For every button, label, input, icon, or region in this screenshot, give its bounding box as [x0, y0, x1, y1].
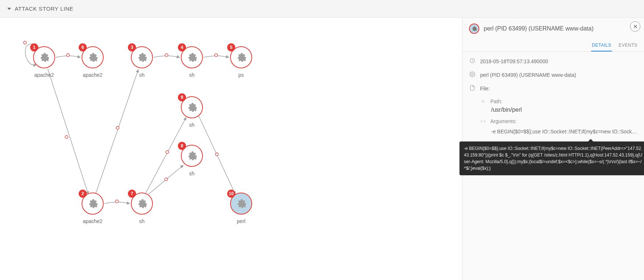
node-badge: 6 [79, 43, 87, 51]
node-label: ps [239, 72, 244, 78]
svg-point-3 [215, 54, 218, 57]
row-file: File: [469, 85, 637, 93]
graph-node-sh-9[interactable]: 9sh [181, 96, 203, 128]
svg-point-2 [165, 54, 168, 57]
node-circle[interactable]: 8 [181, 145, 203, 167]
detail-body: 2018-05-18T09:57:13.490000 perl (PID 634… [462, 52, 644, 280]
node-badge: 3 [128, 43, 136, 51]
arguments-tooltip: -e BEGIN{$0=$$};use IO::Socket::INET;if(… [459, 141, 644, 175]
path-icon [480, 98, 486, 104]
node-badge: 1 [30, 43, 38, 51]
gear-icon [469, 71, 476, 77]
detail-panel: perl (PID 63499) (USERNAME www-data) ✕ D… [462, 18, 644, 280]
svg-point-1 [67, 54, 69, 57]
close-button[interactable]: ✕ [630, 21, 640, 32]
row-process: perl (PID 63499) (USERNAME www-data) [469, 71, 637, 79]
graph-node-sh-8[interactable]: 8sh [181, 145, 203, 176]
node-circle[interactable]: 9 [181, 96, 203, 118]
code-icon [480, 118, 486, 124]
detail-title: perl (PID 63499) (USERNAME www-data) [484, 25, 594, 32]
file-label: File: [480, 85, 490, 93]
graph-node-apache2-2[interactable]: 2apache2 [82, 193, 104, 224]
node-label: sh [139, 218, 145, 224]
process-value: perl (PID 63499) (USERNAME www-data) [480, 71, 576, 79]
arguments-label: Arguments: [490, 118, 517, 124]
arguments-full-value: -e BEGIN{$0=$$};use IO::Socket::INET;if(… [464, 146, 643, 171]
node-label: apache2 [83, 72, 103, 78]
node-label: perl [237, 218, 245, 224]
node-circle[interactable]: 10 [230, 193, 252, 215]
node-badge: 5 [227, 43, 235, 51]
graph-node-sh-7[interactable]: 7sh [131, 193, 153, 224]
graph-node-sh-4[interactable]: 4sh [181, 46, 203, 78]
node-badge: 9 [178, 93, 186, 101]
process-node-icon [469, 24, 479, 34]
section-title: ATTACK STORY LINE [15, 6, 74, 12]
detail-tabs: DETAILS EVENTS [462, 40, 644, 52]
svg-point-7 [165, 178, 168, 181]
content-area: 1apache26apache23sh4sh5ps9sh8sh2apache27… [0, 18, 644, 280]
clock-icon [469, 58, 476, 64]
file-icon [469, 85, 476, 91]
graph-node-sh-3[interactable]: 3sh [131, 46, 153, 78]
svg-point-0 [24, 41, 26, 44]
node-badge: 4 [178, 43, 186, 51]
graph-canvas[interactable]: 1apache26apache23sh4sh5ps9sh8sh2apache27… [0, 18, 462, 280]
node-badge: 10 [227, 190, 235, 198]
arguments-value-truncated[interactable]: -e BEGIN{$0=$$};use IO::Socket::INET;if(… [491, 129, 637, 134]
tab-details[interactable]: DETAILS [591, 40, 612, 51]
node-badge: 7 [128, 190, 136, 198]
node-label: apache2 [83, 218, 103, 224]
node-circle[interactable]: 5 [230, 46, 252, 68]
node-circle[interactable]: 6 [82, 46, 104, 68]
node-label: sh [189, 170, 195, 176]
svg-point-11 [472, 73, 473, 75]
svg-point-5 [116, 126, 119, 129]
node-label: sh [189, 72, 195, 78]
node-circle[interactable]: 1 [33, 46, 55, 68]
detail-header: perl (PID 63499) (USERNAME www-data) ✕ [462, 18, 644, 40]
node-label: sh [139, 72, 145, 78]
graph-node-ps-5[interactable]: 5ps [230, 46, 252, 78]
graph-node-perl-10[interactable]: 10perl [230, 193, 252, 224]
node-circle[interactable]: 4 [181, 46, 203, 68]
graph-node-apache2-1[interactable]: 1apache2 [33, 46, 55, 78]
path-label: Path: [490, 98, 502, 104]
svg-point-4 [65, 136, 68, 139]
node-badge: 2 [79, 190, 87, 198]
timestamp-value: 2018-05-18T09:57:13.490000 [480, 58, 548, 65]
row-arguments: Arguments: [480, 118, 637, 124]
row-timestamp: 2018-05-18T09:57:13.490000 [469, 58, 637, 65]
path-value: /usr/bin/perl [491, 107, 637, 113]
svg-point-9 [215, 153, 218, 156]
node-circle[interactable]: 3 [131, 46, 153, 68]
collapse-caret-icon [7, 8, 11, 10]
graph-node-apache2-6[interactable]: 6apache2 [82, 46, 104, 78]
svg-point-6 [115, 200, 118, 203]
tab-events[interactable]: EVENTS [618, 40, 638, 51]
node-circle[interactable]: 7 [131, 193, 153, 215]
svg-point-8 [166, 151, 169, 154]
node-label: sh [189, 122, 195, 128]
node-badge: 8 [178, 142, 186, 150]
node-circle[interactable]: 2 [82, 193, 104, 215]
node-label: apache2 [34, 72, 54, 78]
section-header[interactable]: ATTACK STORY LINE [0, 0, 644, 18]
row-path: Path: [480, 98, 637, 104]
